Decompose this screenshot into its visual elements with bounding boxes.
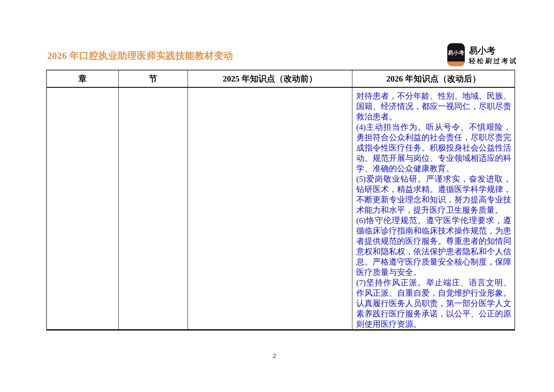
- page-number: 2: [273, 352, 276, 359]
- knowledge-point-paragraph: (7)坚持作风正派。举止端庄、语言文明、作风正派、自重自爱，自觉维护行业形象。认…: [356, 277, 512, 329]
- page-title: 2026 年口腔执业助理医师实践技能教材变动: [47, 49, 233, 62]
- brand-logo-icon: 易小考: [447, 43, 465, 66]
- column-header-chapter: 章: [47, 70, 118, 87]
- knowledge-point-paragraph: (4)主动担当作为。听从号令、不惧艰险，勇担符合公众利益的社会责任，尽职尽责完成…: [356, 122, 512, 174]
- cell-2025-knowledge: [188, 87, 352, 330]
- textbook-change-table: 章 节 2025 年知识点（改动前） 2026 年知识点（改动后） 对待患者，不…: [46, 70, 515, 330]
- cell-chapter: [47, 87, 118, 330]
- cell-2026-knowledge: 对待患者，不分年龄、性别、地域、民族、国籍、经济情况，都应一视同仁，尽职尽责救治…: [352, 87, 515, 330]
- table-header-row: 章 节 2025 年知识点（改动前） 2026 年知识点（改动后）: [47, 70, 515, 87]
- brand-logo: 易小考 易小考 轻松刷过考试: [447, 43, 524, 68]
- knowledge-point-paragraph: (5)爱岗敬业钻研。严谨求实，奋发进取，钻研医术，精益求精。遵循医学科学规律，不…: [356, 174, 512, 215]
- logo-badge-text: 易小考: [447, 49, 465, 56]
- knowledge-point-paragraph: 对待患者，不分年龄、性别、地域、民族、国籍、经济情况，都应一视同仁，尽职尽责救治…: [356, 91, 512, 122]
- column-header-2026-after: 2026 年知识点（改动后）: [352, 70, 515, 87]
- table-row: 对待患者，不分年龄、性别、地域、民族、国籍、经济情况，都应一视同仁，尽职尽责救治…: [47, 87, 515, 330]
- brand-slogan: 轻松刷过考试: [469, 56, 518, 66]
- column-header-2025-before: 2025 年知识点（改动前）: [188, 70, 352, 87]
- brand-name: 易小考: [469, 45, 496, 56]
- knowledge-point-paragraph: (6)恪守伦理规范。遵守医学伦理要求，遵循临床诊疗指南和临床技术操作规范，为患者…: [356, 215, 512, 277]
- column-header-section: 节: [118, 70, 188, 87]
- logo-orange-strip: [447, 62, 465, 66]
- cell-section: [118, 87, 188, 330]
- document-page: 2026 年口腔执业助理医师实践技能教材变动 易小考 易小考 轻松刷过考试 章 …: [0, 0, 554, 392]
